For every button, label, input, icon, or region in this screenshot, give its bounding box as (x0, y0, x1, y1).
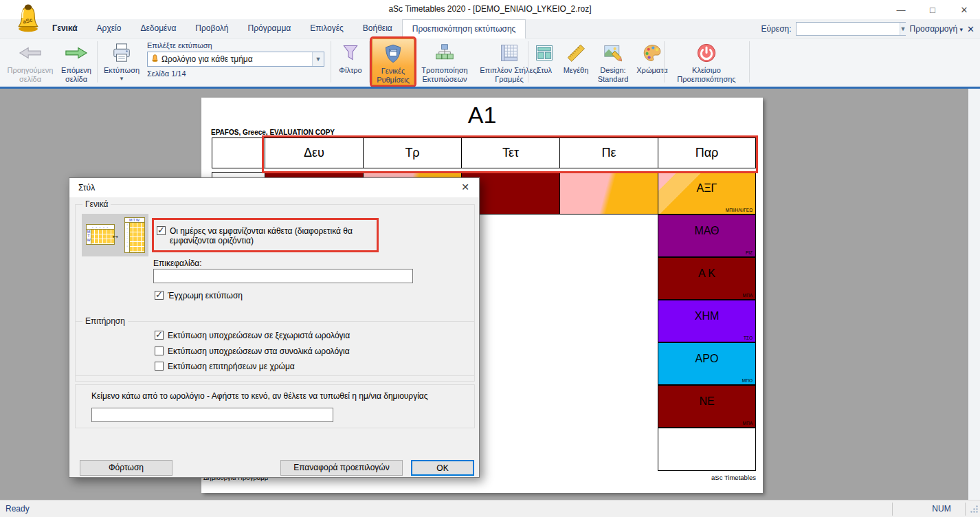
vertical-days-highlight (152, 218, 379, 252)
print-type-combobox[interactable]: Ωρολόγιο για κάθε τμήμα ▼ (147, 52, 324, 67)
supervision-total-checkbox-box[interactable] (155, 346, 164, 355)
lesson-cell-fri-5: ΑΡΟΜΠΟ (658, 342, 756, 385)
filter-button[interactable]: Φίλτρο (334, 38, 367, 85)
status-num: NUM (921, 504, 962, 514)
customize-menu[interactable]: Προσαρμογή ▾ (910, 24, 963, 34)
app-logo-bell-icon[interactable]: aSc (15, 2, 41, 34)
corner-header-cell (212, 138, 265, 168)
layout-style-icon (533, 41, 556, 65)
color-print-checkbox-label: Έγχρωμη εκτύπωση (168, 291, 243, 300)
checkbox-color-print[interactable]: Έγχρωμη εκτύπωση (155, 291, 243, 300)
footer-text-label: Κείμενο κάτω από το ωρολόγιο - Αφήστε το… (91, 391, 428, 401)
print-dropdown-caret-icon: ▼ (119, 76, 124, 82)
tab-programma[interactable]: Πρόγραμμα (238, 19, 301, 38)
print-type-dropdown-icon[interactable]: ▼ (312, 52, 324, 66)
ruler-icon (564, 41, 588, 65)
design-button[interactable]: Design: Standard (594, 38, 632, 85)
ribbon-tab-row: Γενικά Αρχείο Δεδομένα Προβολή Πρόγραμμα… (0, 19, 980, 38)
style-dialog: Στύλ ✕ Γενικά - - - - - MTW ↔ MTW :::::: (69, 177, 480, 478)
tab-genika[interactable]: Γενικά (43, 19, 87, 38)
swap-arrow-icon: ↔ (111, 230, 120, 241)
tab-epiloges[interactable]: Επιλογές (300, 19, 353, 38)
lesson-cell-fri-6: ΝΕΜΠΑ (658, 385, 756, 428)
header-input[interactable] (153, 269, 413, 283)
shield-settings-icon (381, 42, 405, 65)
sizes-button[interactable]: Μεγέθη (558, 38, 594, 85)
design-picture-pencil-icon (601, 41, 625, 65)
supervision-total-checkbox-label: Εκτύπωση υποχρεώσεων στα συνολικά ωρολόγ… (168, 346, 350, 356)
days-row-highlight (262, 135, 758, 173)
class-title: A1 (201, 102, 763, 129)
lesson-cell-thu-1 (559, 172, 658, 214)
close-preview-button[interactable]: Κλείσιμο Προεπισκόπησης (668, 38, 745, 85)
find-label: Εύρεση: (761, 24, 791, 34)
header-label: Επικεφαλίδα: (153, 258, 202, 268)
orientation-illustration: - - - - - MTW ↔ MTW :::::: (82, 214, 148, 256)
ok-button[interactable]: OK (411, 460, 474, 476)
tab-provoli[interactable]: Προβολή (186, 19, 238, 38)
supervision-separate-checkbox-label: Εκτύπωση υποχρεώσεων σε ξεχωριστά ωρολόγ… (168, 331, 350, 340)
print-type-value: Ωρολόγιο για κάθε τμήμα (162, 54, 312, 64)
supervision-color-checkbox-box[interactable] (155, 362, 164, 371)
minimize-button[interactable]: — (885, 0, 917, 19)
print-preview-area: A1 EPAFOS, Greece, EVALUATION COPY Δευ Τ… (0, 89, 968, 500)
app-window: aSc aSc Timetables 2020 - [DEMO_ENIAIO_L… (0, 0, 980, 517)
find-combobox[interactable]: ▼ (796, 22, 906, 36)
reset-defaults-button[interactable]: Επαναφορά προεπιλογών (280, 460, 403, 476)
color-print-checkbox-box[interactable] (155, 291, 164, 300)
find-input[interactable] (797, 23, 900, 35)
dialog-close-icon[interactable]: ✕ (461, 182, 469, 192)
checkbox-supervision-color[interactable]: Εκτύπωση επιτηρήσεων με χρώμα (155, 362, 295, 371)
supervision-separate-checkbox-box[interactable] (155, 331, 164, 340)
tab-voithia[interactable]: Βοήθεια (353, 19, 402, 38)
next-page-button[interactable]: Επόμενη σελίδα (56, 38, 96, 85)
tab-dedomena[interactable]: Δεδομένα (131, 19, 186, 38)
print-button[interactable]: Εκτύπωση ▼ (100, 38, 143, 85)
titlebar: aSc aSc Timetables 2020 - [DEMO_ENIAIO_L… (0, 0, 980, 19)
checkbox-supervision-separate[interactable]: Εκτύπωση υποχρεώσεων σε ξεχωριστά ωρολόγ… (155, 331, 350, 340)
find-dropdown-icon[interactable]: ▼ (900, 23, 906, 35)
resize-grip[interactable] (970, 505, 979, 516)
modify-prints-button[interactable]: Τροποποίηση Εκτυπώσεων (414, 38, 475, 85)
footer-text-input[interactable] (91, 408, 333, 422)
window-title: aSc Timetables 2020 - [DEMO_ENIAIO_LYKEI… (0, 4, 980, 14)
select-print-label: Επιλέξτε εκτύπωση (147, 41, 324, 50)
customize-caret-icon: ▾ (960, 26, 964, 33)
colors-button[interactable]: Χρώματα (632, 38, 672, 85)
dialog-titlebar[interactable]: Στύλ ✕ (69, 178, 479, 197)
ribbon: Προηγούμενη σελίδα Επόμενη σελίδα (0, 38, 980, 87)
close-button[interactable]: ✕ (948, 0, 980, 19)
class-timetable-icon (148, 54, 162, 65)
funnel-icon (339, 41, 362, 65)
lesson-cell-fri-7-empty (658, 428, 756, 471)
page-footer-right: aSc Timetables (711, 474, 756, 481)
statusbar: Ready NUM (0, 500, 980, 517)
general-settings-button[interactable]: Γενικές Ρυθμίσεις (372, 38, 414, 85)
load-button[interactable]: Φόρτωση (80, 460, 172, 476)
lesson-cell-fri-3: Α ΚΜΠΑ (658, 257, 756, 300)
dialog-title: Στύλ (78, 183, 95, 192)
lesson-cell-fri-1: ΑΞΓΜΠΙ/ΗΛΙ/ΓΕΩ (658, 172, 756, 214)
lesson-cell-fri-4: ΧΗΜΤΣΟ (658, 300, 756, 342)
style-button[interactable]: Στυλ (531, 38, 558, 85)
power-icon (695, 41, 718, 65)
page-indicator: Σελίδα 1/14 (147, 69, 324, 78)
previous-page-arrow-icon (19, 41, 42, 65)
toolbar-close-icon[interactable]: ✕ (967, 24, 975, 34)
tab-arxeio[interactable]: Αρχείο (87, 19, 131, 38)
supervision-color-checkbox-label: Εκτύπωση επιτηρήσεων με χρώμα (168, 362, 295, 371)
lesson-cell-fri-2: ΜΑΘΡΙΖ (658, 214, 756, 257)
palette-icon (641, 41, 664, 65)
maximize-button[interactable]: □ (917, 0, 948, 19)
previous-page-button[interactable]: Προηγούμενη σελίδα (4, 38, 56, 85)
next-page-arrow-icon (65, 41, 88, 65)
status-ready: Ready (5, 504, 30, 514)
printer-icon (110, 41, 133, 65)
tab-print-preview[interactable]: Προεπισκόπηση εκτύπωσης (402, 19, 526, 38)
table-grid-icon (498, 41, 521, 65)
org-chart-icon (433, 41, 456, 65)
checkbox-supervision-total[interactable]: Εκτύπωση υποχρεώσεων στα συνολικά ωρολόγ… (155, 346, 350, 356)
